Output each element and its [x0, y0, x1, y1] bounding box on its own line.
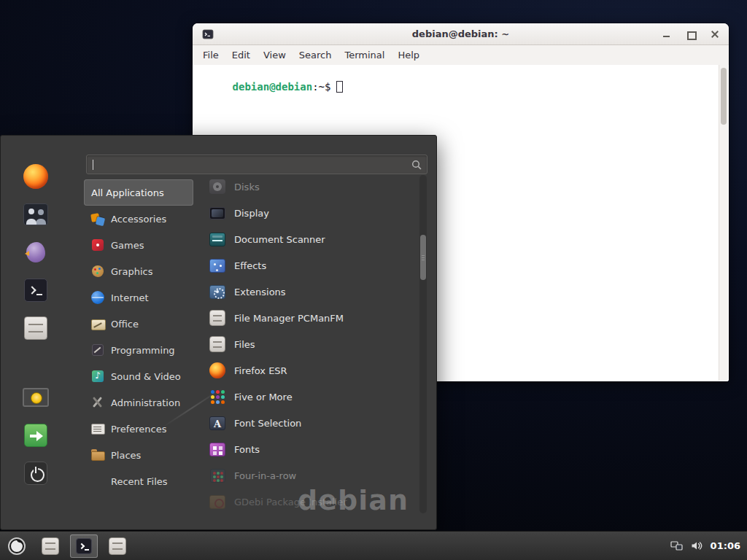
- maximize-icon[interactable]: [686, 30, 695, 39]
- prompt-user: debian@debian: [233, 81, 313, 93]
- magnifier-icon: [411, 160, 422, 170]
- close-icon[interactable]: [711, 30, 719, 39]
- file-manager-icon: [209, 310, 225, 326]
- app-font-selection[interactable]: Font Selection: [207, 410, 414, 436]
- menu-view[interactable]: View: [257, 47, 293, 63]
- search-input[interactable]: [92, 155, 411, 174]
- app-disks[interactable]: Disks: [207, 174, 414, 200]
- menu-help[interactable]: Help: [391, 47, 426, 63]
- menu-file[interactable]: File: [196, 47, 225, 63]
- terminal-icon: [76, 538, 92, 554]
- menu-search[interactable]: Search: [293, 47, 338, 63]
- terminal-scrollbar[interactable]: [719, 65, 728, 381]
- app-fonts[interactable]: Fonts: [207, 436, 414, 462]
- font-selection-icon: [209, 416, 225, 430]
- category-games[interactable]: Games: [84, 232, 193, 258]
- files-icon: [209, 336, 225, 352]
- category-programming[interactable]: Programming: [84, 337, 193, 363]
- category-graphics[interactable]: Graphics: [84, 258, 193, 284]
- volume-icon[interactable]: [691, 540, 703, 551]
- category-recent-files[interactable]: Recent Files: [84, 468, 193, 494]
- category-all-applications[interactable]: All Applications: [84, 179, 193, 206]
- category-preferences[interactable]: Preferences: [84, 416, 193, 442]
- search-box[interactable]: [86, 155, 427, 174]
- effects-icon: [209, 259, 225, 273]
- network-icon[interactable]: [670, 540, 683, 551]
- category-accessories[interactable]: Accessories: [84, 206, 193, 232]
- minimize-icon[interactable]: [662, 30, 671, 39]
- user-accounts-icon: [23, 203, 48, 225]
- prompt-path: :~$: [312, 81, 330, 93]
- pidgin-icon: [25, 241, 47, 264]
- menu-scrollbar[interactable]: [419, 175, 427, 513]
- favorite-firefox-button[interactable]: [14, 160, 58, 192]
- programming-icon: [91, 343, 104, 357]
- app-five-or-more[interactable]: Five or More: [207, 384, 414, 410]
- terminal-menubar: File Edit View Search Terminal Help: [193, 45, 729, 65]
- text-caret: [93, 160, 93, 170]
- terminal-icon: [24, 279, 47, 302]
- lock-screen-button[interactable]: [14, 381, 58, 413]
- office-icon: [91, 317, 104, 330]
- terminal-titlebar[interactable]: debian@debian: ~: [193, 23, 729, 45]
- five-or-more-icon: [210, 389, 225, 404]
- desktop: debian@debian: ~ File Edit View Search T…: [0, 0, 747, 560]
- app-document-scanner[interactable]: Document Scanner: [207, 226, 414, 252]
- menu-scrollbar-thumb[interactable]: [420, 235, 426, 280]
- category-list: All Applications Accessories Games Graph…: [84, 179, 193, 494]
- app-firefox-esr[interactable]: Firefox ESR: [207, 357, 414, 384]
- file-manager-icon: [42, 537, 59, 555]
- logout-button[interactable]: [14, 419, 58, 451]
- app-file-manager-pcmanfm[interactable]: File Manager PCManFM: [207, 305, 414, 331]
- menu-edit[interactable]: Edit: [225, 47, 257, 63]
- clock[interactable]: 01:06: [711, 540, 740, 551]
- favorite-terminal-button[interactable]: [14, 274, 58, 306]
- taskbar-terminal-button[interactable]: [70, 534, 98, 558]
- firefox-icon: [209, 362, 225, 378]
- four-in-a-row-icon: [210, 469, 225, 483]
- app-effects[interactable]: Effects: [207, 252, 414, 279]
- window-controls: [662, 30, 719, 39]
- app-extensions[interactable]: Extensions: [207, 279, 414, 305]
- shutdown-button[interactable]: [14, 457, 58, 489]
- internet-icon: [91, 291, 104, 304]
- category-internet[interactable]: Internet: [84, 284, 193, 311]
- favorite-pidgin-button[interactable]: [14, 236, 58, 268]
- category-places[interactable]: Places: [84, 442, 193, 468]
- extensions-icon: [209, 285, 225, 299]
- application-list: Disks Display Document Scanner Effects E…: [207, 174, 414, 515]
- category-administration[interactable]: Administration: [84, 389, 193, 416]
- window-title: debian@debian: ~: [193, 28, 729, 39]
- debian-watermark: debian: [298, 484, 409, 516]
- favorites-column: [9, 160, 62, 489]
- lock-screen-icon: [23, 388, 49, 407]
- gdebi-icon: [209, 495, 225, 509]
- window-list: [36, 534, 131, 558]
- preferences-icon: [91, 422, 104, 435]
- games-icon: [91, 238, 104, 252]
- system-tray: 01:06: [670, 540, 747, 551]
- favorite-file-manager-button[interactable]: [14, 312, 58, 344]
- menu-terminal[interactable]: Terminal: [338, 47, 391, 63]
- terminal-cursor: [336, 81, 343, 93]
- menu-logo-icon: [7, 537, 26, 556]
- document-scanner-icon: [209, 233, 225, 246]
- favorite-user-accounts-button[interactable]: [14, 198, 58, 230]
- terminal-scrollbar-thumb[interactable]: [721, 68, 727, 125]
- firefox-icon: [23, 164, 48, 189]
- app-files[interactable]: Files: [207, 331, 414, 357]
- app-display[interactable]: Display: [207, 200, 414, 226]
- menu-button[interactable]: [0, 532, 34, 560]
- places-icon: [91, 448, 104, 462]
- taskbar-files-button[interactable]: [104, 534, 131, 558]
- category-office[interactable]: Office: [84, 311, 193, 337]
- files-icon: [109, 537, 126, 555]
- accessories-icon: [91, 212, 104, 225]
- sound-video-icon: [91, 370, 104, 383]
- graphics-icon: [91, 265, 104, 278]
- application-menu: All Applications Accessories Games Graph…: [0, 135, 437, 530]
- file-manager-icon: [24, 316, 47, 340]
- category-sound-video[interactable]: Sound & Video: [84, 363, 193, 389]
- taskbar-file-manager-button[interactable]: [36, 534, 64, 558]
- logout-icon: [24, 424, 47, 447]
